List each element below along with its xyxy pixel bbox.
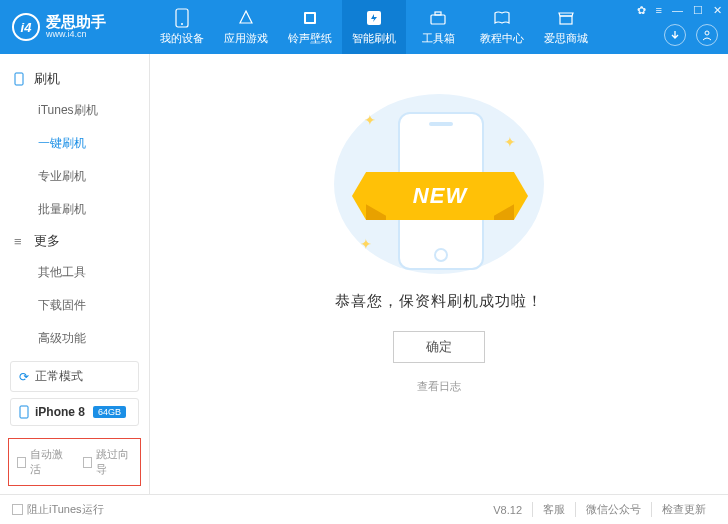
svg-point-8: [705, 31, 709, 35]
sidebar-item-batch[interactable]: 批量刷机: [0, 193, 149, 226]
book-icon: [492, 8, 512, 28]
logo[interactable]: i4 爱思助手 www.i4.cn: [0, 13, 150, 41]
window-controls: ✿ ≡ — ☐ ✕: [637, 4, 722, 17]
mode-box[interactable]: ⟳ 正常模式: [10, 361, 139, 392]
flash-icon: [364, 8, 384, 28]
device-icon: [19, 405, 29, 419]
menu-icon[interactable]: ≡: [656, 4, 662, 17]
new-ribbon: NEW: [352, 172, 528, 220]
footer-wechat[interactable]: 微信公众号: [575, 502, 651, 517]
logo-icon: i4: [12, 13, 40, 41]
view-log-link[interactable]: 查看日志: [417, 379, 461, 394]
download-icon[interactable]: [664, 24, 686, 46]
svg-rect-6: [435, 12, 441, 15]
sidebar-item-itunes[interactable]: iTunes刷机: [0, 94, 149, 127]
svg-rect-5: [431, 15, 445, 24]
skin-icon[interactable]: ✿: [637, 4, 646, 17]
user-controls: [664, 24, 718, 46]
nav-apps[interactable]: 应用游戏: [214, 0, 278, 54]
device-box[interactable]: iPhone 8 64GB: [10, 398, 139, 426]
sidebar-section-more: ≡ 更多: [0, 226, 149, 256]
minimize-icon[interactable]: —: [672, 4, 683, 17]
success-message: 恭喜您，保资料刷机成功啦！: [335, 292, 543, 311]
sidebar-section-flash: 刷机: [0, 64, 149, 94]
ok-button[interactable]: 确定: [393, 331, 485, 363]
sidebar-item-tools[interactable]: 其他工具: [0, 256, 149, 289]
nav-toolbox[interactable]: 工具箱: [406, 0, 470, 54]
nav-tutorials[interactable]: 教程中心: [470, 0, 534, 54]
footer: 阻止iTunes运行 V8.12 客服 微信公众号 检查更新: [0, 494, 728, 524]
capacity-badge: 64GB: [93, 406, 126, 418]
phone-icon: [172, 8, 192, 28]
nav-flash[interactable]: 智能刷机: [342, 0, 406, 54]
user-icon[interactable]: [696, 24, 718, 46]
refresh-icon: ⟳: [19, 370, 29, 384]
main-content: ✦ ✦ ✦ NEW 恭喜您，保资料刷机成功啦！ 确定 查看日志: [150, 54, 728, 494]
sidebar-item-oneclick[interactable]: 一键刷机: [0, 127, 149, 160]
nav-my-device[interactable]: 我的设备: [150, 0, 214, 54]
svg-rect-10: [20, 406, 28, 418]
close-icon[interactable]: ✕: [713, 4, 722, 17]
version-label: V8.12: [483, 504, 532, 516]
more-icon: ≡: [14, 234, 28, 249]
svg-point-1: [181, 23, 183, 25]
device-name: iPhone 8: [35, 405, 85, 419]
sidebar-item-pro[interactable]: 专业刷机: [0, 160, 149, 193]
toolbox-icon: [428, 8, 448, 28]
apps-icon: [236, 8, 256, 28]
sidebar: 刷机 iTunes刷机 一键刷机 专业刷机 批量刷机 ≡ 更多 其他工具 下载固…: [0, 54, 150, 494]
app-url: www.i4.cn: [46, 30, 106, 40]
auto-activate-checkbox[interactable]: 自动激活: [17, 447, 67, 477]
maximize-icon[interactable]: ☐: [693, 4, 703, 17]
options-box: 自动激活 跳过向导: [8, 438, 141, 486]
note-icon: [300, 8, 320, 28]
svg-rect-9: [15, 73, 23, 85]
skip-guide-checkbox[interactable]: 跳过向导: [83, 447, 133, 477]
success-illustration: ✦ ✦ ✦ NEW: [334, 94, 544, 274]
body: 刷机 iTunes刷机 一键刷机 专业刷机 批量刷机 ≡ 更多 其他工具 下载固…: [0, 54, 728, 494]
footer-support[interactable]: 客服: [532, 502, 575, 517]
block-itunes-checkbox[interactable]: 阻止iTunes运行: [12, 502, 104, 517]
phone-small-icon: [14, 72, 28, 86]
header: i4 爱思助手 www.i4.cn 我的设备 应用游戏 铃声壁纸 智能刷机 工具…: [0, 0, 728, 54]
app-name: 爱思助手: [46, 14, 106, 31]
svg-rect-7: [560, 16, 572, 24]
footer-update[interactable]: 检查更新: [651, 502, 716, 517]
store-icon: [556, 8, 576, 28]
sidebar-item-advanced[interactable]: 高级功能: [0, 322, 149, 355]
sidebar-item-firmware[interactable]: 下载固件: [0, 289, 149, 322]
nav-store[interactable]: 爱思商城: [534, 0, 598, 54]
nav-ringtones[interactable]: 铃声壁纸: [278, 0, 342, 54]
svg-rect-3: [306, 14, 314, 22]
top-nav: 我的设备 应用游戏 铃声壁纸 智能刷机 工具箱 教程中心 爱思商城: [150, 0, 598, 54]
